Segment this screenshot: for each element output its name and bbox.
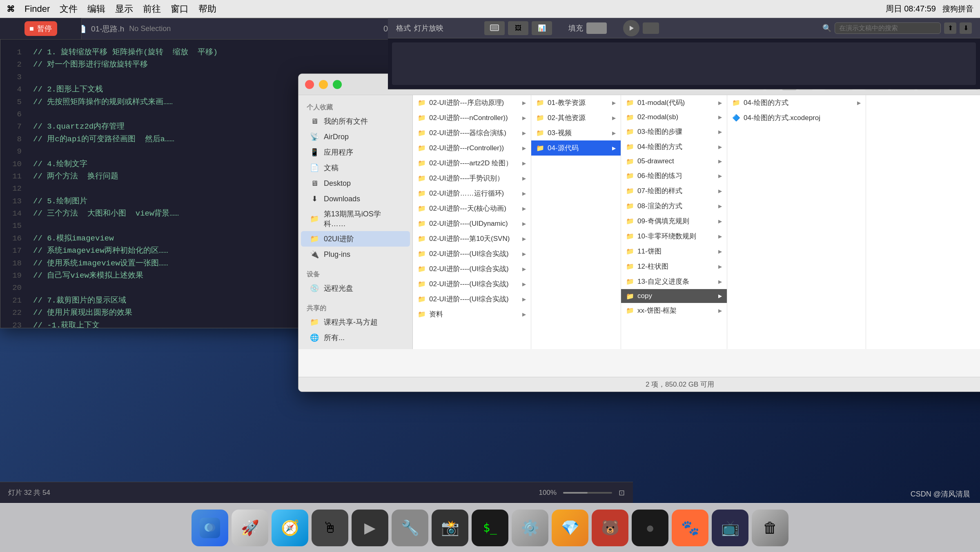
zoom-slider[interactable]: [563, 492, 612, 494]
dock-item-darkapp[interactable]: ●: [632, 510, 668, 546]
finder-maximize-button[interactable]: [333, 80, 342, 89]
sidebar-item-shared-course[interactable]: 📁 课程共享-马方超: [301, 314, 410, 330]
code-no-selection: No Selection: [129, 24, 171, 33]
dock-item-terminal[interactable]: $_: [472, 510, 508, 546]
dock-item-hammer[interactable]: 🔧: [392, 510, 428, 546]
sidebar-item-applications[interactable]: 📱 应用程序: [301, 145, 410, 160]
list-item[interactable]: 📁 02-UI进阶----artz2D 绘图） ▶: [413, 156, 531, 171]
dock-item-sketch[interactable]: 💎: [552, 510, 588, 546]
menu-window[interactable]: 窗口: [171, 3, 189, 15]
list-item[interactable]: 📁 13-自定义进度条 ▶: [621, 274, 727, 289]
sidebar-item-downloads[interactable]: ⬇ Downloads: [301, 191, 410, 207]
xcode-bottom-bar: 灯片 32 共 54 100% ⊡: [0, 482, 633, 503]
list-item[interactable]: 📁 03-视频 ▶: [531, 125, 621, 140]
sidebar-item-ios[interactable]: 📁 第13期黑马iOS学科……: [301, 207, 410, 231]
list-item[interactable]: 📁 02-UI进阶----手势识别） ▶: [413, 171, 531, 186]
menubar-input-method[interactable]: 搜狗拼音: [942, 4, 973, 14]
list-item[interactable]: 📁 04-绘图的方式 ▶: [727, 95, 866, 110]
svg-rect-1: [491, 26, 498, 30]
folder-icon: 📁: [418, 129, 426, 137]
folder-icon: 📁: [418, 189, 426, 197]
list-item[interactable]: 📁 02-其他资源 ▶: [531, 110, 621, 125]
list-item[interactable]: 🔷 04-绘图的方式.xcodeproj: [727, 110, 866, 125]
sidebar-item-documents[interactable]: 📄 文稿: [301, 160, 410, 176]
dock-item-preferences[interactable]: ⚙️: [512, 510, 548, 546]
folder-icon: 📁: [536, 144, 544, 152]
slide-nav-icon[interactable]: [484, 21, 505, 35]
finder-minimize-button[interactable]: [319, 80, 328, 89]
list-item[interactable]: 📁 09-奇偶填充规则 ▶: [621, 214, 727, 229]
list-item[interactable]: 📁 03-绘图的步骤 ▶: [621, 124, 727, 139]
menu-help[interactable]: 帮助: [198, 3, 216, 15]
list-item[interactable]: 📁 02-UI进阶---天(核心动画) ▶: [413, 201, 531, 216]
list-item[interactable]: 📁 02-UI进阶----(UI综合实战) ▶: [413, 246, 531, 261]
sidebar-item-02ui[interactable]: 📁 02UI进阶: [301, 231, 410, 247]
sidebar-item-desktop[interactable]: 🖥 Desktop: [301, 176, 410, 191]
menu-view[interactable]: 显示: [115, 3, 133, 15]
play-button[interactable]: [623, 20, 639, 36]
slide-icon-3[interactable]: 📊: [532, 21, 552, 35]
sidebar-item-remote-disc[interactable]: 💿 远程光盘: [301, 280, 410, 296]
list-item[interactable]: 📁 01-教学资源 ▶: [531, 95, 621, 110]
slide-view-btn[interactable]: ⬆: [944, 22, 956, 34]
fill-control[interactable]: [586, 22, 607, 34]
apple-menu[interactable]: ⌘: [7, 4, 15, 14]
list-item[interactable]: 📁 02-UI进阶---序启动原理) ▶: [413, 95, 531, 110]
list-item[interactable]: 📁 11-饼图 ▶: [621, 244, 727, 259]
sidebar-item-airdrop[interactable]: 📡 AirDrop: [301, 129, 410, 145]
chevron-right-icon: ▶: [718, 279, 722, 285]
dock-item-mouse[interactable]: 🖱: [312, 510, 348, 546]
sidebar-item-all-shared[interactable]: 🌐 所有...: [301, 330, 410, 345]
list-item[interactable]: 📁 02-modal(sb) ▶: [621, 110, 727, 124]
list-item[interactable]: 📁 01-modal(代码) ▶: [621, 95, 727, 110]
list-item[interactable]: 📁 08-渲染的方式 ▶: [621, 198, 727, 214]
sidebar-item-all-files[interactable]: 🖥 我的所有文件: [301, 114, 410, 129]
list-item[interactable]: 📁 02-UI进阶----(UI综合实战) ▶: [413, 292, 531, 307]
stop-button[interactable]: ■ 暂停: [24, 21, 57, 36]
finder-close-button[interactable]: [305, 80, 314, 89]
chevron-right-icon: ▶: [612, 115, 616, 121]
slide-icon-2[interactable]: 🖼: [508, 21, 528, 35]
list-item[interactable]: 📁 04-绘图的方式 ▶: [621, 139, 727, 154]
folder-icon: 📁: [626, 247, 634, 255]
dock-item-quicktime[interactable]: ▶: [352, 510, 388, 546]
dock-item-launchpad[interactable]: 🚀: [232, 510, 268, 546]
list-item-selected[interactable]: 📁 04-源代码 ▶: [531, 140, 621, 156]
list-item[interactable]: 📁 10-非零环绕数规则 ▶: [621, 229, 727, 244]
zoom-fit-icon[interactable]: ⊡: [619, 488, 625, 497]
list-item[interactable]: 📁 xx-饼图-框架 ▶: [621, 303, 727, 318]
list-item-copy-selected[interactable]: 📁 copy ▶: [621, 289, 727, 303]
list-item[interactable]: 📁 02-UI进阶----(UI综合实战) ▶: [413, 276, 531, 292]
menu-finder[interactable]: Finder: [24, 4, 50, 14]
list-item[interactable]: 📁 02-UI进阶----(UI综合实战) ▶: [413, 261, 531, 276]
list-item[interactable]: 📁 05-drawrect ▶: [621, 154, 727, 168]
folder-icon: 📁: [626, 232, 634, 240]
list-item[interactable]: 📁 07-绘图的样式 ▶: [621, 183, 727, 198]
slide-view-btn2[interactable]: ⬇: [960, 22, 972, 34]
list-item[interactable]: 📁 02-UI进阶----器综合演练) ▶: [413, 125, 531, 140]
dock-item-paw[interactable]: 🐾: [672, 510, 708, 546]
dock-item-finder[interactable]: [192, 510, 228, 546]
menubar-right: 周日 08:47:59 搜狗拼音: [886, 3, 973, 14]
list-item[interactable]: 📁 02-UI进阶----(UIDynamic) ▶: [413, 216, 531, 231]
sidebar-item-plugins[interactable]: 🔌 Plug-ins: [301, 247, 410, 262]
slide-search-input[interactable]: [835, 22, 941, 34]
list-item[interactable]: 📁 06-绘图的练习 ▶: [621, 168, 727, 183]
slide-options[interactable]: [643, 22, 659, 34]
list-item[interactable]: 📁 02-UI进阶……运行循环) ▶: [413, 186, 531, 201]
list-item[interactable]: 📁 02-UI进阶----nController)) ▶: [413, 110, 531, 125]
dock-item-bear[interactable]: 🐻: [592, 510, 628, 546]
menu-edit[interactable]: 编辑: [87, 3, 105, 15]
dock-item-photobooth[interactable]: 📸: [432, 510, 468, 546]
list-item[interactable]: 📁 12-柱状图 ▶: [621, 259, 727, 274]
dock-item-screens[interactable]: 📺: [712, 510, 748, 546]
menu-go[interactable]: 前往: [143, 3, 161, 15]
folder-icon: 📁: [418, 159, 426, 167]
list-item[interactable]: 📁 资料 ▶: [413, 307, 531, 322]
menu-file[interactable]: 文件: [60, 3, 78, 15]
list-item[interactable]: 📁 02-UI进阶---rController)) ▶: [413, 140, 531, 156]
folder-icon: 📁: [418, 174, 426, 182]
dock-item-safari[interactable]: 🧭: [272, 510, 308, 546]
dock-item-trash[interactable]: 🗑: [752, 510, 788, 546]
list-item[interactable]: 📁 02-UI进阶----第10天(SVN) ▶: [413, 231, 531, 246]
